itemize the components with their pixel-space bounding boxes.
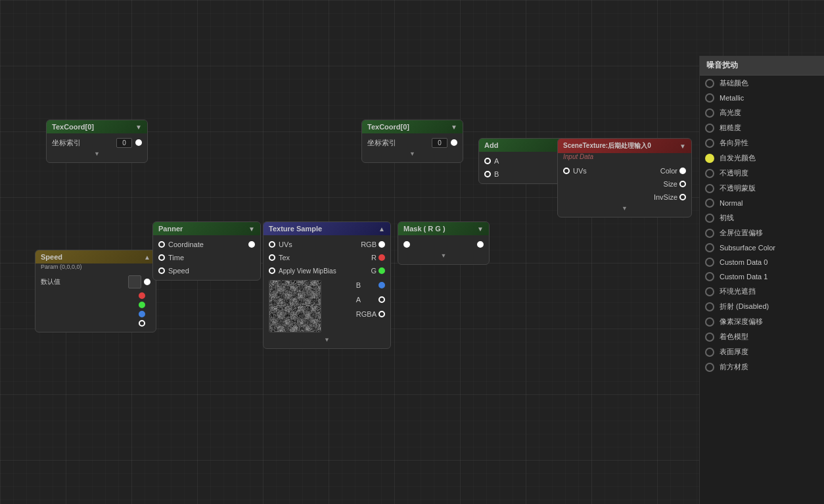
texcoord-left-node: TexCoord[0] ▼ 坐标索引 ▼ <box>46 120 148 163</box>
speed-default-row: 数认值 <box>35 274 156 290</box>
panel-item-surface-thickness[interactable]: 表面厚度 <box>700 344 824 359</box>
texture-r-pin <box>378 254 385 261</box>
panel-item-opacity[interactable]: 不透明度 <box>700 166 824 181</box>
panel-item-subsurface[interactable]: Subsurface Color <box>700 241 824 255</box>
panel-item-custom1[interactable]: Custom Data 1 <box>700 269 824 284</box>
mask-out-pin <box>477 241 484 248</box>
add-b-row: B <box>479 168 570 181</box>
panel-item-tangent[interactable]: 初线 <box>700 210 824 225</box>
texture-b-label: B <box>356 281 361 289</box>
panel-item-normal[interactable]: Normal <box>700 196 824 210</box>
scene-invsize-pin <box>679 194 686 200</box>
panel-item-refraction[interactable]: 折射 (Disabled) <box>700 299 824 314</box>
scene-sublabel: Input Data <box>558 153 691 162</box>
panner-coord-pin-out <box>248 241 255 248</box>
speed-header[interactable]: Speed ▲ <box>35 250 156 263</box>
panel-item-front-material[interactable]: 前方材质 <box>700 359 824 375</box>
scene-uvs-row: UVs Color <box>558 164 691 177</box>
texcoord-right-output-pin <box>451 139 457 146</box>
texture-mip-pin-in <box>269 267 275 274</box>
scene-texture-node: SceneTexture:后期处理输入0 ▼ Input Data UVs Co… <box>557 138 692 218</box>
texture-uvs-row: UVs RGB <box>263 238 390 251</box>
panel-label-shading-model: 着色模型 <box>720 332 748 342</box>
right-panel-items: 基础颜色 Metallic 高光度 粗糙度 各向异性 自发光颜色 不透明度 不 <box>700 76 824 375</box>
texcoord-right-node: TexCoord[0] ▼ 坐标索引 ▼ <box>361 120 463 163</box>
mask-title: Mask ( R G ) <box>403 225 446 233</box>
mask-arrow[interactable]: ▼ <box>477 225 484 233</box>
texcoord-right-arrow[interactable]: ▼ <box>451 124 457 131</box>
texture-chevron: ▼ <box>324 336 330 343</box>
panner-speed-pin <box>158 267 165 274</box>
panel-pin-refraction <box>705 302 714 311</box>
texcoord-right-header[interactable]: TexCoord[0] ▼ <box>362 120 463 133</box>
texture-mip-row: Apply View MipBias G <box>263 264 390 277</box>
mask-io-row <box>398 238 489 251</box>
speed-out-blue <box>41 309 150 319</box>
panel-pin-world-offset <box>705 229 714 238</box>
texcoord-left-coord-input[interactable] <box>116 138 132 148</box>
texcoord-left-arrow[interactable]: ▼ <box>135 124 142 131</box>
texcoord-left-coord-label: 坐标索引 <box>52 138 116 148</box>
speed-title: Speed <box>41 253 62 261</box>
panel-label-roughness: 粗糙度 <box>720 123 741 133</box>
panel-pin-front-material <box>705 363 714 372</box>
mask-header[interactable]: Mask ( R G ) ▼ <box>398 222 489 235</box>
panel-item-ao[interactable]: 环境光遮挡 <box>700 284 824 299</box>
panel-label-base-color: 基础颜色 <box>720 78 748 88</box>
texture-rgba-pin <box>378 311 385 317</box>
panel-item-specular[interactable]: 高光度 <box>700 105 824 120</box>
texcoord-right-coord-label: 坐标索引 <box>367 138 432 148</box>
texture-right-outputs: B A RGBA <box>356 279 385 321</box>
panel-item-emissive[interactable]: 自发光颜色 <box>700 150 824 166</box>
add-title: Add <box>484 141 498 149</box>
scene-title: SceneTexture:后期处理输入0 <box>563 141 651 150</box>
mask-chevron: ▼ <box>441 252 447 259</box>
scene-color-pin <box>679 168 686 174</box>
texture-title: Texture Sample <box>269 225 322 233</box>
panel-pin-shading-model <box>705 332 714 342</box>
speed-outputs <box>35 290 156 329</box>
texture-a-row: A <box>356 293 385 306</box>
panner-header[interactable]: Panner ▼ <box>153 222 260 235</box>
texture-thumbnail <box>269 280 321 332</box>
add-header[interactable]: Add ▼ <box>479 139 570 152</box>
scene-chevron: ▼ <box>622 205 628 212</box>
texture-r-label: R <box>371 254 377 262</box>
scene-uvs-label: UVs <box>573 167 660 175</box>
panner-arrow[interactable]: ▼ <box>248 225 255 233</box>
texture-rgb-label: RGB <box>361 241 377 248</box>
texcoord-left-header[interactable]: TexCoord[0] ▼ <box>47 120 147 133</box>
panel-pin-opacity-mask <box>705 184 714 193</box>
panel-pin-ao <box>705 287 714 296</box>
texcoord-right-footer: ▼ <box>362 149 463 160</box>
texture-collapse[interactable]: ▲ <box>378 225 385 233</box>
scene-arrow[interactable]: ▼ <box>679 143 686 150</box>
speed-checker <box>128 275 141 288</box>
panel-item-roughness[interactable]: 粗糙度 <box>700 120 824 135</box>
panel-item-custom0[interactable]: Custom Data 0 <box>700 255 824 269</box>
panel-item-anisotropy[interactable]: 各向异性 <box>700 135 824 150</box>
speed-pin-blue <box>139 311 145 317</box>
panel-item-pixel-depth[interactable]: 像素深度偏移 <box>700 314 824 329</box>
panel-item-world-offset[interactable]: 全屏位置偏移 <box>700 225 824 241</box>
texcoord-right-coord-row: 坐标索引 <box>362 136 463 149</box>
panel-item-shading-model[interactable]: 着色模型 <box>700 329 824 344</box>
panner-node: Panner ▼ Coordinate Time Speed <box>152 221 261 281</box>
panel-item-metallic[interactable]: Metallic <box>700 91 824 105</box>
speed-default-label: 数认值 <box>41 277 128 286</box>
panel-item-opacity-mask[interactable]: 不透明蒙版 <box>700 181 824 196</box>
texture-header[interactable]: Texture Sample ▲ <box>263 222 390 235</box>
panel-label-world-offset: 全屏位置偏移 <box>720 228 763 238</box>
speed-collapse[interactable]: ▲ <box>144 254 150 261</box>
scene-invsize-row: InvSize <box>558 191 691 204</box>
add-a-label: A <box>494 157 558 165</box>
panel-item-base-color[interactable]: 基础颜色 <box>700 76 824 91</box>
speed-pin-alpha <box>139 320 145 327</box>
texcoord-right-coord-input[interactable] <box>432 138 447 148</box>
right-panel-header: 噪音扰动 <box>700 56 824 76</box>
texture-canvas <box>269 281 321 332</box>
texture-a-pin <box>378 296 385 303</box>
texture-footer: ▼ <box>263 335 390 346</box>
texture-tex-pin-in <box>269 254 275 261</box>
scene-header[interactable]: SceneTexture:后期处理输入0 ▼ <box>558 139 691 153</box>
